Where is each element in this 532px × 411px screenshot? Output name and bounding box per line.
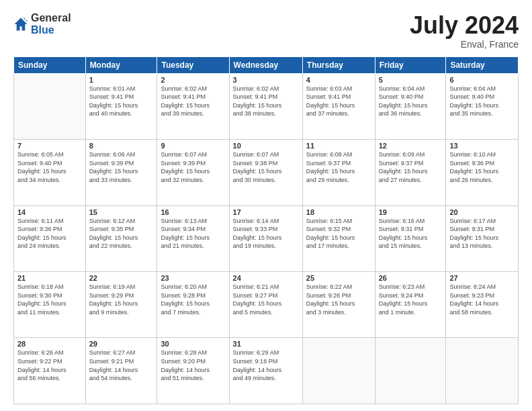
day-info: Sunrise: 6:23 AMSunset: 9:24 PMDaylight:… — [379, 283, 443, 316]
day-info: Sunrise: 6:19 AMSunset: 9:29 PMDaylight:… — [89, 283, 154, 316]
calendar-cell: 6Sunrise: 6:04 AMSunset: 9:40 PMDaylight… — [446, 73, 519, 139]
col-header-sunday: Sunday — [14, 56, 86, 73]
calendar-cell: 18Sunrise: 6:15 AMSunset: 9:32 PMDayligh… — [302, 205, 375, 271]
calendar-cell: 4Sunrise: 6:03 AMSunset: 9:41 PMDaylight… — [302, 73, 375, 139]
col-header-saturday: Saturday — [446, 56, 519, 73]
logo-text: General Blue — [31, 12, 71, 36]
day-info: Sunrise: 6:04 AMSunset: 9:40 PMDaylight:… — [449, 85, 515, 118]
day-number: 1 — [89, 76, 154, 84]
day-number: 16 — [161, 208, 225, 216]
day-info: Sunrise: 6:20 AMSunset: 9:28 PMDaylight:… — [161, 283, 225, 316]
calendar-cell: 1Sunrise: 6:01 AMSunset: 9:41 PMDaylight… — [85, 73, 157, 139]
day-number: 7 — [17, 142, 82, 150]
page: General Blue July 2024 Enval, France Sun… — [0, 0, 532, 411]
calendar-cell: 15Sunrise: 6:12 AMSunset: 9:35 PMDayligh… — [85, 205, 157, 271]
day-info: Sunrise: 6:09 AMSunset: 9:37 PMDaylight:… — [379, 150, 443, 184]
day-info: Sunrise: 6:17 AMSunset: 9:31 PMDaylight:… — [449, 217, 515, 250]
day-number: 19 — [379, 208, 443, 216]
calendar-cell: 19Sunrise: 6:16 AMSunset: 9:31 PMDayligh… — [375, 205, 446, 271]
day-info: Sunrise: 6:04 AMSunset: 9:40 PMDaylight:… — [379, 85, 443, 118]
calendar-cell: 30Sunrise: 6:28 AMSunset: 9:20 PMDayligh… — [157, 338, 229, 404]
day-number: 26 — [379, 274, 443, 282]
day-number: 8 — [89, 142, 154, 150]
day-number: 31 — [233, 340, 299, 348]
header-row: SundayMondayTuesdayWednesdayThursdayFrid… — [14, 56, 519, 73]
day-info: Sunrise: 6:07 AMSunset: 9:39 PMDaylight:… — [161, 150, 225, 184]
day-info: Sunrise: 6:27 AMSunset: 9:21 PMDaylight:… — [89, 349, 154, 382]
subtitle: Enval, France — [410, 39, 519, 50]
day-number: 6 — [449, 76, 515, 84]
day-number: 25 — [306, 274, 371, 282]
calendar-cell: 11Sunrise: 6:08 AMSunset: 9:37 PMDayligh… — [302, 140, 375, 205]
svg-marker-0 — [15, 17, 28, 30]
day-info: Sunrise: 6:24 AMSunset: 9:23 PMDaylight:… — [449, 283, 515, 316]
day-number: 5 — [379, 76, 443, 84]
calendar-cell: 26Sunrise: 6:23 AMSunset: 9:24 PMDayligh… — [375, 272, 446, 338]
logo-blue: Blue — [31, 24, 71, 36]
calendar-cell: 22Sunrise: 6:19 AMSunset: 9:29 PMDayligh… — [85, 272, 157, 338]
day-number: 11 — [306, 142, 371, 150]
calendar-cell: 27Sunrise: 6:24 AMSunset: 9:23 PMDayligh… — [446, 272, 519, 338]
week-row-4: 21Sunrise: 6:18 AMSunset: 9:30 PMDayligh… — [14, 272, 519, 338]
calendar-cell: 5Sunrise: 6:04 AMSunset: 9:40 PMDaylight… — [375, 73, 446, 139]
calendar-cell: 29Sunrise: 6:27 AMSunset: 9:21 PMDayligh… — [85, 338, 157, 404]
week-row-5: 28Sunrise: 6:26 AMSunset: 9:22 PMDayligh… — [14, 338, 519, 404]
day-info: Sunrise: 6:15 AMSunset: 9:32 PMDaylight:… — [306, 217, 371, 250]
calendar-cell — [14, 73, 86, 139]
day-info: Sunrise: 6:01 AMSunset: 9:41 PMDaylight:… — [89, 85, 154, 118]
header: General Blue July 2024 Enval, France — [13, 12, 519, 50]
day-info: Sunrise: 6:05 AMSunset: 9:40 PMDaylight:… — [17, 150, 82, 184]
day-number: 28 — [17, 340, 82, 348]
day-info: Sunrise: 6:02 AMSunset: 9:41 PMDaylight:… — [233, 85, 299, 118]
day-number: 12 — [379, 142, 443, 150]
day-info: Sunrise: 6:21 AMSunset: 9:27 PMDaylight:… — [233, 283, 299, 316]
calendar-cell: 20Sunrise: 6:17 AMSunset: 9:31 PMDayligh… — [446, 205, 519, 271]
calendar-cell: 2Sunrise: 6:02 AMSunset: 9:41 PMDaylight… — [157, 73, 229, 139]
day-number: 14 — [17, 208, 82, 216]
day-info: Sunrise: 6:02 AMSunset: 9:41 PMDaylight:… — [161, 85, 225, 118]
day-info: Sunrise: 6:08 AMSunset: 9:37 PMDaylight:… — [306, 150, 371, 184]
day-info: Sunrise: 6:12 AMSunset: 9:35 PMDaylight:… — [89, 217, 154, 250]
calendar-cell: 12Sunrise: 6:09 AMSunset: 9:37 PMDayligh… — [375, 140, 446, 205]
calendar-cell — [446, 338, 519, 404]
logo-icon — [13, 17, 28, 32]
calendar-cell — [375, 338, 446, 404]
calendar-cell: 9Sunrise: 6:07 AMSunset: 9:39 PMDaylight… — [157, 140, 229, 205]
day-info: Sunrise: 6:16 AMSunset: 9:31 PMDaylight:… — [379, 217, 443, 250]
week-row-2: 7Sunrise: 6:05 AMSunset: 9:40 PMDaylight… — [14, 140, 519, 205]
week-row-1: 1Sunrise: 6:01 AMSunset: 9:41 PMDaylight… — [14, 73, 519, 139]
day-info: Sunrise: 6:28 AMSunset: 9:20 PMDaylight:… — [161, 349, 225, 382]
calendar-cell: 14Sunrise: 6:11 AMSunset: 9:36 PMDayligh… — [14, 205, 86, 271]
day-info: Sunrise: 6:11 AMSunset: 9:36 PMDaylight:… — [17, 217, 82, 250]
week-row-3: 14Sunrise: 6:11 AMSunset: 9:36 PMDayligh… — [14, 205, 519, 271]
calendar-cell: 10Sunrise: 6:07 AMSunset: 9:38 PMDayligh… — [229, 140, 302, 205]
day-info: Sunrise: 6:26 AMSunset: 9:22 PMDaylight:… — [17, 349, 82, 382]
logo-general: General — [31, 12, 71, 24]
day-number: 4 — [306, 76, 371, 84]
calendar-cell: 25Sunrise: 6:22 AMSunset: 9:26 PMDayligh… — [302, 272, 375, 338]
col-header-thursday: Thursday — [302, 56, 375, 73]
calendar-cell: 23Sunrise: 6:20 AMSunset: 9:28 PMDayligh… — [157, 272, 229, 338]
day-info: Sunrise: 6:14 AMSunset: 9:33 PMDaylight:… — [233, 217, 299, 250]
day-number: 22 — [89, 274, 154, 282]
calendar-table: SundayMondayTuesdayWednesdayThursdayFrid… — [13, 56, 519, 404]
calendar-cell: 13Sunrise: 6:10 AMSunset: 9:36 PMDayligh… — [446, 140, 519, 205]
col-header-wednesday: Wednesday — [229, 56, 302, 73]
calendar-cell: 16Sunrise: 6:13 AMSunset: 9:34 PMDayligh… — [157, 205, 229, 271]
day-number: 3 — [233, 76, 299, 84]
calendar-cell: 28Sunrise: 6:26 AMSunset: 9:22 PMDayligh… — [14, 338, 86, 404]
day-number: 18 — [306, 208, 371, 216]
day-info: Sunrise: 6:06 AMSunset: 9:39 PMDaylight:… — [89, 150, 154, 184]
col-header-monday: Monday — [85, 56, 157, 73]
calendar-cell: 8Sunrise: 6:06 AMSunset: 9:39 PMDaylight… — [85, 140, 157, 205]
col-header-tuesday: Tuesday — [157, 56, 229, 73]
day-info: Sunrise: 6:13 AMSunset: 9:34 PMDaylight:… — [161, 217, 225, 250]
day-number: 10 — [233, 142, 299, 150]
day-number: 21 — [17, 274, 82, 282]
logo: General Blue — [13, 12, 71, 36]
day-info: Sunrise: 6:29 AMSunset: 9:18 PMDaylight:… — [233, 349, 299, 382]
day-number: 30 — [161, 340, 225, 348]
day-info: Sunrise: 6:07 AMSunset: 9:38 PMDaylight:… — [233, 150, 299, 184]
calendar-cell: 7Sunrise: 6:05 AMSunset: 9:40 PMDaylight… — [14, 140, 86, 205]
calendar-cell: 31Sunrise: 6:29 AMSunset: 9:18 PMDayligh… — [229, 338, 302, 404]
